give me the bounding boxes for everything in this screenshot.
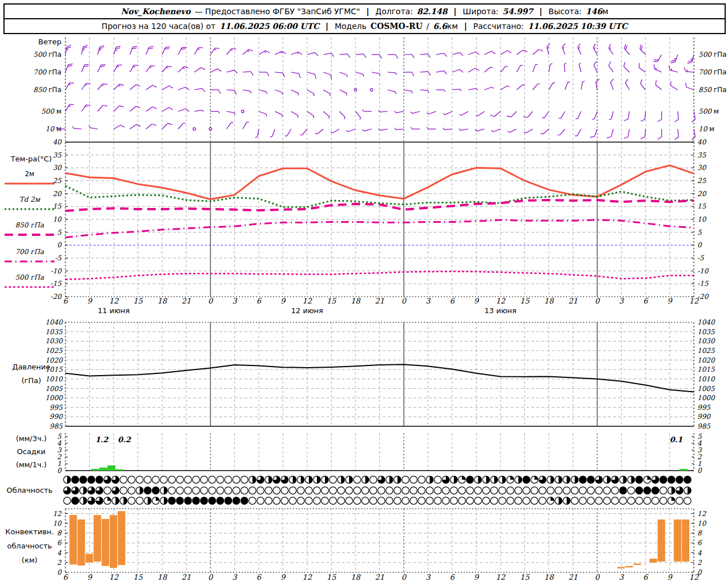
conv-xtick: 18	[158, 573, 168, 581]
precip-annotation: 0.1	[670, 435, 683, 444]
calculated-value: 11.06.2025 10:39 UTC	[528, 22, 627, 31]
date-label: 13 июня	[485, 306, 516, 315]
wind-level-label: 850 гПа	[34, 86, 61, 94]
temp-xtick: 15	[133, 297, 143, 305]
temp-ytick-right: -10	[697, 267, 709, 275]
pressure-ytick-right: 1030	[697, 337, 715, 345]
temp-ytick-right: 5	[697, 228, 702, 236]
legend-label: 2м	[25, 170, 35, 178]
panel-pressure: Давление(гПа)985985990990995995100010001…	[12, 318, 715, 430]
conv-xtick: 9	[667, 573, 673, 581]
conv-ytick-left: 0	[57, 568, 62, 576]
precip-annotation: 1.2	[95, 435, 109, 444]
wind-level-label: 500 гПа	[698, 51, 726, 59]
pressure-ytick-left: 995	[49, 404, 63, 411]
cloud-row-2	[64, 487, 691, 494]
temp-ytick-right: 20	[697, 190, 707, 198]
pressure-ytick-right: 985	[697, 422, 711, 430]
temp-ytick-left: 5	[57, 228, 62, 236]
precip-ytick-right: 0	[697, 467, 702, 475]
conv-xtick: 6	[450, 573, 456, 581]
precip-bar	[680, 469, 688, 471]
panel-precipitation: (мм/3ч.)Осадки(мм/1ч.)0011223344551.20.2…	[16, 433, 702, 475]
temp-panel-title: Тем-ра(°C)	[10, 155, 52, 163]
pressure-ytick-left: 1010	[45, 375, 63, 383]
temp-xtick: 21	[568, 297, 578, 305]
temp-xtick: 6	[643, 297, 649, 305]
convective-left-label: Конвективн.	[5, 527, 54, 536]
temp-ytick-right: 15	[697, 202, 707, 210]
temp-ytick-right: -5	[697, 254, 705, 262]
wind-level-label: 700 гПа	[34, 68, 61, 76]
convective-bar	[682, 519, 689, 562]
conv-xtick: 15	[133, 573, 143, 581]
latitude-label: Широта:	[463, 7, 499, 16]
pressure-ytick-left: 1020	[45, 356, 63, 364]
precip-ytick-left: 4	[57, 439, 61, 447]
legend-label: 500 гПа	[15, 273, 44, 281]
precip-ytick-right: 5	[697, 433, 702, 440]
conv-xtick: 0	[208, 573, 214, 581]
temp-ytick-left: 15	[53, 202, 63, 210]
conv-ytick-left: 4	[57, 549, 61, 557]
pressure-ytick-left: 1030	[45, 337, 63, 345]
temp-legend: Тем-ра(°C)2мTd 2м850 гПа700 гПа500 гПа	[5, 155, 55, 287]
precip-ytick-right: 1	[697, 460, 702, 468]
temp-xtick: 9	[474, 297, 479, 305]
pressure-ytick-right: 1035	[697, 328, 715, 336]
temp-ytick-left: 30	[53, 164, 63, 172]
temp-xtick: 15	[326, 297, 336, 305]
pressure-ytick-left: 985	[49, 422, 63, 430]
pressure-ytick-right: 1040	[697, 318, 715, 326]
temp-xtick: 0	[208, 297, 214, 305]
temp-xtick: 6	[450, 297, 456, 305]
cloudiness-label: Облачность	[6, 486, 52, 494]
convective-bar	[102, 519, 109, 566]
conv-xtick: 18	[544, 573, 555, 581]
pressure-ytick-left: 1005	[45, 385, 63, 393]
conv-xtick: 3	[425, 573, 431, 581]
precip-left-label: Осадки	[17, 447, 46, 456]
convective-bar	[657, 519, 665, 562]
wind-row-5	[56, 122, 695, 140]
conv-xtick: 12	[109, 573, 119, 581]
header-box: Nov_Kochenevo — Предоставлено ФГБУ "ЗапС…	[3, 3, 726, 34]
temp-ytick-right: 30	[697, 164, 707, 172]
precip-ytick-left: 2	[57, 453, 62, 461]
conv-ytick-left: 10	[53, 519, 63, 527]
temp-xtick: 12	[496, 297, 506, 305]
pressure-ytick-left: 1040	[45, 318, 63, 326]
conv-xtick: 12	[303, 573, 312, 581]
temp-ytick-right: 25	[697, 177, 707, 185]
temp-xtick: 18	[351, 297, 361, 305]
header-row-forecast: Прогноз на 120 часа(ов) от 11.06.2025 06…	[5, 19, 725, 33]
temp-xtick: 18	[158, 297, 168, 305]
temp-xtick: 3	[619, 297, 624, 305]
pressure-ytick-right: 1020	[697, 356, 715, 364]
conv-xtick: 0	[402, 573, 407, 581]
conv-xtick: 21	[375, 573, 384, 581]
temp-xtick: 21	[375, 297, 384, 305]
pressure-ytick-right: 1010	[697, 375, 715, 383]
conv-ytick-right: 2	[697, 559, 702, 567]
conv-xtick: 12	[689, 573, 699, 581]
conv-xtick: 0	[595, 573, 601, 581]
pressure-ytick-right: 995	[697, 404, 711, 411]
precip-ytick-left: 0	[57, 467, 62, 475]
header-row-station: Nov_Kochenevo — Предоставлено ФГБУ "ЗапС…	[5, 5, 725, 19]
precip-ytick-left: 3	[57, 446, 62, 454]
legend-label: 850 гПа	[15, 221, 44, 229]
conv-xtick: 6	[63, 573, 69, 581]
temp-ytick-left: 10	[53, 215, 63, 223]
precip-bar	[115, 469, 123, 471]
conv-ytick-right: 12	[697, 510, 707, 518]
temp-xtick: 15	[520, 297, 530, 305]
calculated-label: Рассчитано:	[473, 22, 524, 31]
precip-ytick-right: 2	[697, 453, 702, 461]
wind-level-label: 850 гПа	[698, 86, 726, 94]
temp-xtick: 9	[667, 297, 673, 305]
precip-ytick-left: 5	[57, 433, 62, 440]
conv-xtick: 15	[326, 573, 336, 581]
temp-ytick-right: -20	[697, 293, 709, 301]
temp-ytick-left: -20	[51, 293, 63, 301]
